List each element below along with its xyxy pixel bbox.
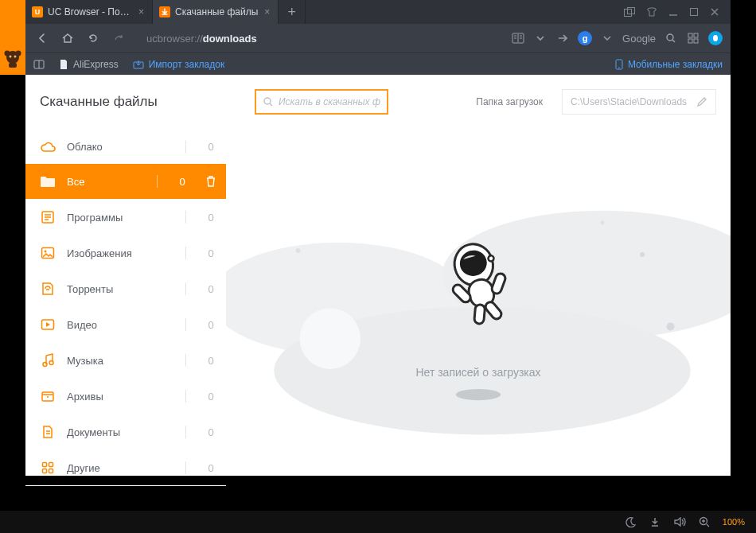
- sidebar-item-label: Документы: [67, 426, 174, 438]
- svg-rect-49: [474, 304, 485, 324]
- search-icon[interactable]: [664, 31, 678, 45]
- svg-point-40: [666, 323, 674, 331]
- back-button[interactable]: [33, 29, 51, 47]
- svg-point-3: [10, 56, 12, 58]
- svg-point-42: [600, 220, 604, 224]
- image-icon: [40, 245, 56, 261]
- sidebar-item-archives[interactable]: Архивы 0: [25, 379, 226, 414]
- downloads-search[interactable]: [255, 89, 388, 115]
- svg-point-51: [488, 255, 495, 263]
- forward-arc-button[interactable]: [110, 29, 127, 47]
- svg-text:U: U: [35, 8, 41, 16]
- reload-button[interactable]: [84, 29, 102, 47]
- tab-favicon-icon: U: [32, 6, 43, 18]
- sidebar-item-video[interactable]: Видео 0: [25, 307, 226, 343]
- tab-uc-weather[interactable]: U UC Browser - Погода, ×: [25, 0, 153, 24]
- sidebar-item-apps[interactable]: Программы 0: [25, 200, 226, 235]
- sidebar-item-label: Программы: [67, 212, 174, 224]
- sidebar-count: 0: [205, 462, 216, 474]
- clone-window-icon[interactable]: [624, 7, 635, 17]
- sidebar-item-images[interactable]: Изображения 0: [25, 235, 226, 271]
- svg-rect-11: [691, 9, 698, 16]
- svg-rect-32: [49, 463, 53, 467]
- svg-point-23: [264, 98, 271, 104]
- bookmarks-toggle-icon[interactable]: [33, 60, 45, 69]
- search-engine-label: Google: [622, 33, 656, 45]
- home-button[interactable]: [59, 29, 76, 47]
- sidebar-item-label: Все: [67, 176, 146, 188]
- new-tab-button[interactable]: +: [279, 0, 306, 24]
- torrent-icon: [40, 281, 56, 297]
- search-engine-badge[interactable]: g: [578, 31, 592, 45]
- svg-point-2: [16, 51, 21, 56]
- edit-icon[interactable]: [696, 96, 707, 107]
- svg-point-22: [618, 67, 620, 68]
- zoom-icon[interactable]: [699, 516, 710, 527]
- sidebar-item-other[interactable]: Другие 0: [25, 450, 226, 486]
- file-icon: [59, 59, 68, 70]
- close-tab-button[interactable]: ×: [263, 6, 271, 18]
- close-tab-button[interactable]: ×: [137, 6, 146, 18]
- svg-point-18: [713, 35, 718, 41]
- import-icon: [133, 60, 144, 69]
- folder-icon: [40, 173, 56, 189]
- skin-icon[interactable]: [646, 7, 657, 17]
- svg-rect-16: [688, 39, 692, 43]
- chevron-down-icon[interactable]: [600, 31, 614, 45]
- trash-icon[interactable]: [205, 175, 216, 188]
- night-mode-icon[interactable]: [625, 516, 637, 527]
- sidebar-count: 0: [205, 247, 216, 259]
- uc-egg-icon[interactable]: [708, 31, 723, 45]
- sidebar-item-docs[interactable]: Документы 0: [25, 414, 226, 450]
- bookmark-label: AliExpress: [73, 59, 119, 70]
- search-input[interactable]: [279, 96, 380, 107]
- address-bar: ucbrowser://downloads g Google: [25, 24, 731, 53]
- svg-point-41: [296, 248, 301, 253]
- downloads-body: Облако 0 Все 0 Программы 0: [25, 130, 731, 486]
- mobile-bookmarks-button[interactable]: Мобильные закладки: [615, 59, 723, 70]
- bookmarks-bar: AliExpress Импорт закладок Мобильные зак…: [25, 53, 731, 75]
- sidebar-item-cloud[interactable]: Облако 0: [25, 130, 226, 164]
- uc-logo-icon: [3, 49, 22, 68]
- reader-mode-icon[interactable]: [511, 31, 525, 45]
- browser-window: U UC Browser - Погода, × Скачанные файлы…: [25, 0, 731, 476]
- url-field[interactable]: ucbrowser://downloads: [135, 33, 503, 45]
- import-bookmarks-button[interactable]: Импорт закладок: [133, 59, 224, 70]
- downloads-page: Скачанные файлы Папка загрузок Облако 0: [25, 75, 731, 476]
- search-icon: [263, 96, 274, 107]
- maximize-button[interactable]: [689, 7, 699, 17]
- document-icon: [40, 424, 56, 440]
- bookmark-aliexpress[interactable]: AliExpress: [59, 59, 119, 70]
- svg-point-43: [456, 389, 501, 400]
- chevron-down-icon[interactable]: [533, 31, 548, 45]
- download-favicon-icon: [159, 6, 170, 18]
- apps-icon: [40, 209, 56, 225]
- tab-bar: U UC Browser - Погода, × Скачанные файлы…: [25, 0, 731, 24]
- grid-icon: [40, 460, 56, 476]
- svg-point-4: [14, 56, 17, 58]
- forward-arrow-icon[interactable]: [555, 31, 570, 45]
- video-icon: [40, 317, 56, 333]
- svg-point-1: [5, 51, 10, 56]
- tab-downloads[interactable]: Скачанные файлы ×: [153, 0, 279, 24]
- sidebar-item-label: Облако: [67, 141, 174, 153]
- svg-rect-5: [9, 63, 17, 68]
- apps-grid-icon[interactable]: [686, 31, 700, 45]
- download-folder-path-field[interactable]: [562, 89, 716, 115]
- tab-label: Скачанные файлы: [175, 6, 258, 18]
- download-path-input[interactable]: [571, 96, 690, 107]
- sidebar-item-all[interactable]: Все 0: [25, 164, 226, 200]
- close-window-button[interactable]: [710, 7, 719, 17]
- archive-icon: [40, 388, 56, 404]
- minimize-button[interactable]: [668, 7, 678, 17]
- sidebar-item-label: Торренты: [67, 283, 174, 295]
- sidebar-item-torrents[interactable]: Торренты 0: [25, 271, 226, 307]
- url-scheme: ucbrowser://: [146, 33, 203, 45]
- sidebar-item-music[interactable]: Музыка 0: [25, 343, 226, 379]
- zoom-level[interactable]: 100%: [723, 517, 745, 527]
- sound-icon[interactable]: [673, 516, 686, 527]
- downloads-status-icon[interactable]: [649, 516, 661, 527]
- sidebar-count: 0: [205, 141, 216, 153]
- svg-rect-48: [490, 272, 506, 295]
- url-path: downloads: [203, 33, 257, 45]
